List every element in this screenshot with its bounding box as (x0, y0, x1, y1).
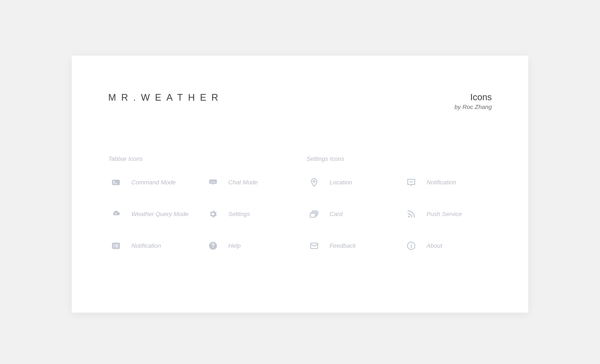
item-label: Help (228, 242, 241, 249)
design-card: MR.WEATHER Icons by Roc Zhang Tabbar Ico… (72, 56, 528, 313)
terminal-icon (108, 177, 124, 188)
svg-point-2 (211, 182, 212, 183)
header: MR.WEATHER Icons by Roc Zhang (108, 92, 492, 110)
chat-bubble-icon (205, 177, 221, 188)
svg-rect-18 (310, 213, 315, 217)
envelope-icon (306, 241, 322, 251)
cards-stack-icon (306, 209, 322, 219)
item-notification: Notification (403, 177, 492, 188)
svg-rect-9 (115, 246, 118, 246)
list-icon (108, 241, 124, 251)
item-label: Chat Mode (228, 179, 258, 186)
item-label: Feedback (329, 242, 356, 249)
cloud-lightning-icon (108, 209, 124, 219)
item-label: About (427, 242, 442, 249)
item-command-mode: Command Mode (108, 177, 197, 188)
item-help: Help (205, 241, 294, 251)
item-label: Weather Query Mode (131, 211, 188, 218)
gear-icon (205, 209, 221, 219)
section-title-settings: Settings Icons (306, 155, 492, 162)
item-label: Location (329, 179, 352, 186)
svg-point-14 (313, 180, 315, 182)
item-label: Command Mode (131, 179, 176, 186)
item-card: Card (306, 209, 395, 219)
item-chat-mode: Chat Mode (205, 177, 294, 188)
item-label: Notification (427, 179, 456, 186)
title-block: Icons by Roc Zhang (454, 92, 492, 110)
svg-point-3 (212, 182, 213, 183)
item-label: Notification (131, 242, 161, 249)
help-icon (205, 241, 221, 251)
svg-point-19 (408, 216, 410, 217)
item-notification-list: Notification (108, 241, 197, 251)
item-label: Push Service (427, 211, 462, 218)
brand-title: MR.WEATHER (108, 92, 223, 103)
svg-point-13 (212, 247, 213, 248)
grid-settings: Location Notification Card (306, 177, 492, 251)
item-feedback: Feedback (306, 241, 395, 251)
item-label: Card (329, 211, 343, 218)
item-weather-query-mode: Weather Query Mode (108, 209, 197, 219)
byline: by Roc Zhang (454, 104, 492, 110)
item-push-service: Push Service (403, 209, 492, 219)
svg-rect-0 (112, 180, 120, 185)
svg-rect-11 (115, 247, 118, 247)
section-title-tabbar: Tabbar Icons (108, 155, 294, 162)
sections: Tabbar Icons Command Mode Chat Mode (108, 155, 492, 251)
svg-point-8 (113, 245, 114, 246)
item-settings: Settings (205, 209, 294, 219)
grid-tabbar: Command Mode Chat Mode Weather Query Mod… (108, 177, 294, 251)
svg-point-6 (113, 244, 114, 245)
rss-icon (403, 209, 419, 219)
svg-point-10 (113, 246, 114, 247)
section-settings: Settings Icons Location Notification (306, 155, 492, 251)
svg-rect-7 (115, 244, 118, 245)
location-pin-icon (306, 177, 322, 188)
page-title: Icons (454, 92, 492, 102)
info-icon (403, 241, 419, 251)
item-location: Location (306, 177, 395, 188)
svg-point-22 (411, 244, 412, 245)
item-about: About (403, 241, 492, 251)
section-tabbar: Tabbar Icons Command Mode Chat Mode (108, 155, 294, 251)
svg-point-4 (214, 182, 215, 183)
message-banner-icon (403, 177, 419, 188)
item-label: Settings (228, 211, 250, 218)
